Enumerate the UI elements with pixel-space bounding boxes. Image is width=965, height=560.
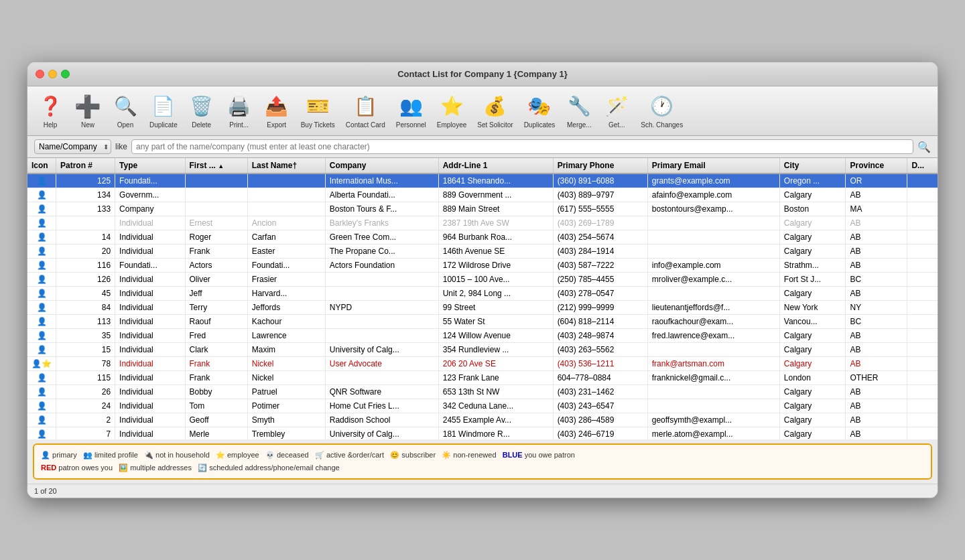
patron-province: AB xyxy=(846,399,907,413)
patron-addr: 123 Frank Lane xyxy=(438,371,553,385)
employee-button[interactable]: ⭐ Employee xyxy=(433,90,470,131)
table-row[interactable]: 👤 126 Individual Oliver Frasier 10015 – … xyxy=(27,273,938,287)
patron-type: Individual xyxy=(115,329,185,343)
table-row[interactable]: 👤 2 Individual Geoff Smyth Raddison Scho… xyxy=(27,413,938,427)
col-phone[interactable]: Primary Phone xyxy=(553,158,647,173)
patron-phone: (403) 889–9797 xyxy=(553,188,647,202)
col-patron[interactable]: Patron # xyxy=(56,158,115,173)
patron-province: AB xyxy=(846,259,907,273)
legend-non-renewed-icon: ☀️ xyxy=(442,451,451,459)
patron-company xyxy=(325,315,438,329)
delete-button[interactable]: 🗑️ Delete xyxy=(184,90,219,131)
table-row[interactable]: 👤 15 Individual Clark Maxim University o… xyxy=(27,343,938,357)
legend-row1: 👤 primary 👥 limited profile 🔌 not in hou… xyxy=(41,449,924,462)
col-type[interactable]: Type xyxy=(115,158,185,173)
col-first[interactable]: First ... ▲ xyxy=(185,158,247,173)
col-province[interactable]: Province xyxy=(846,158,907,173)
print-button[interactable]: 🖨️ Print... xyxy=(222,90,257,131)
search-input[interactable] xyxy=(131,139,913,154)
buy-tickets-button[interactable]: 🎫 Buy Tickets xyxy=(297,90,339,131)
employee-label: Employee xyxy=(437,121,466,129)
icon-cell: 👤 xyxy=(27,385,56,399)
table-row[interactable]: 👤 116 Foundati... Actors Foundati... Act… xyxy=(27,259,938,273)
legend-employee-icon: ⭐ xyxy=(216,451,225,459)
patron-type: Individual xyxy=(115,287,185,301)
col-city[interactable]: City xyxy=(779,158,846,173)
col-email[interactable]: Primary Email xyxy=(647,158,779,173)
close-button[interactable] xyxy=(36,70,44,78)
table-row[interactable]: 👤 26 Individual Bobby Patruel QNR Softwa… xyxy=(27,385,938,399)
table-header-row: Icon Patron # Type First ... ▲ Last Name… xyxy=(27,158,938,173)
titlebar: Contact List for Company 1 {Company 1} xyxy=(27,62,938,86)
col-last[interactable]: Last Name† xyxy=(247,158,325,173)
patron-d xyxy=(907,259,938,273)
search-go-button[interactable]: 🔍 xyxy=(917,141,931,153)
duplicates-button[interactable]: 🎭 Duplicates xyxy=(520,90,560,131)
patron-last: Harvard... xyxy=(247,287,325,301)
sch-changes-button[interactable]: 🕐 Sch. Changes xyxy=(637,90,687,131)
patron-d xyxy=(907,230,938,244)
patron-num: 15 xyxy=(56,343,115,357)
legend-sched-icon: 🔄 xyxy=(198,464,207,472)
patron-company: Alberta Foundati... xyxy=(325,188,438,202)
open-button[interactable]: 🔍 Open xyxy=(108,90,143,131)
patron-province: AB xyxy=(846,216,907,230)
icon-cell: 👤 xyxy=(27,427,56,440)
table-row[interactable]: 👤 35 Individual Fred Lawrence 124 Willow… xyxy=(27,329,938,343)
table-row[interactable]: 👤 Individual Ernest Ancion Barkley's Fra… xyxy=(27,216,938,230)
table-row[interactable]: 👤⭐ 78 Individual Frank Nickel User Advoc… xyxy=(27,357,938,371)
table-row[interactable]: 👤 20 Individual Frank Easter The Propane… xyxy=(27,244,938,259)
duplicate-button[interactable]: 📄 Duplicate xyxy=(145,90,182,131)
table-row[interactable]: 👤 14 Individual Roger Carfan Green Tree … xyxy=(27,230,938,244)
buy-tickets-label: Buy Tickets xyxy=(301,121,335,129)
contact-card-button[interactable]: 📋 Contact Card xyxy=(342,90,389,131)
patron-first: Actors xyxy=(185,259,247,273)
new-button[interactable]: ➕ New xyxy=(70,90,105,131)
patron-d xyxy=(907,287,938,301)
help-button[interactable]: ❓ Help xyxy=(33,90,68,131)
table-row[interactable]: 👤 84 Individual Terry Jeffords NYPD 99 S… xyxy=(27,301,938,315)
patron-num: 126 xyxy=(56,273,115,287)
icon-cell: 👤 xyxy=(27,202,56,216)
export-button[interactable]: 📤 Export xyxy=(259,90,294,131)
col-d[interactable]: D... xyxy=(907,158,938,173)
patron-type: Individual xyxy=(115,343,185,357)
legend-row2: RED patron owes you 🖼️ multiple addresse… xyxy=(41,462,924,474)
legend-blue-desc: you owe patron xyxy=(525,451,575,459)
patron-d xyxy=(907,427,938,440)
icon-cell: 👤 xyxy=(27,301,56,315)
export-icon: 📤 xyxy=(263,93,290,120)
col-company[interactable]: Company xyxy=(325,158,438,173)
col-icon[interactable]: Icon xyxy=(27,158,56,173)
patron-first: Clark xyxy=(185,343,247,357)
patron-last: Nickel xyxy=(247,371,325,385)
patron-city: Calgary xyxy=(779,216,846,230)
personnel-button[interactable]: 👥 Personnel xyxy=(392,90,430,131)
table-row[interactable]: 👤 134 Governm... Alberta Foundati... 889… xyxy=(27,188,938,202)
field-selector[interactable]: Name/Company xyxy=(34,139,111,154)
get-label: Get... xyxy=(608,121,625,129)
patron-type: Individual xyxy=(115,244,185,259)
table-row[interactable]: 👤 45 Individual Jeff Harvard... Unit 2, … xyxy=(27,287,938,301)
maximize-button[interactable] xyxy=(61,70,70,78)
delete-icon: 🗑️ xyxy=(188,93,215,120)
patron-email: info@example.com xyxy=(647,259,779,273)
table-row[interactable]: 👤 115 Individual Frank Nickel 123 Frank … xyxy=(27,371,938,385)
patron-first: Oliver xyxy=(185,273,247,287)
get-button[interactable]: 🪄 Get... xyxy=(599,90,634,131)
patron-addr: 964 Burbank Roa... xyxy=(438,230,553,244)
patron-province: AB xyxy=(846,357,907,371)
merge-button[interactable]: 🔧 Merge... xyxy=(562,90,596,131)
table-row[interactable]: 👤 125 Foundati... International Mus... 1… xyxy=(27,173,938,188)
patron-email: frank@artsman.com xyxy=(647,357,779,371)
table-row[interactable]: 👤 24 Individual Tom Potimer Home Cut Fri… xyxy=(27,399,938,413)
table-row[interactable]: 👤 7 Individual Merle Trembley University… xyxy=(27,427,938,440)
set-solicitor-button[interactable]: 💰 Set Solicitor xyxy=(473,90,517,131)
col-addr[interactable]: Addr-Line 1 xyxy=(438,158,553,173)
patron-last: Maxim xyxy=(247,343,325,357)
minimize-button[interactable] xyxy=(48,70,57,78)
table-row[interactable]: 👤 133 Company Boston Tours & F... 889 Ma… xyxy=(27,202,938,216)
patron-phone: (403) 254–5674 xyxy=(553,230,647,244)
patron-last: Kachour xyxy=(247,315,325,329)
table-row[interactable]: 👤 113 Individual Raouf Kachour 55 Water … xyxy=(27,315,938,329)
